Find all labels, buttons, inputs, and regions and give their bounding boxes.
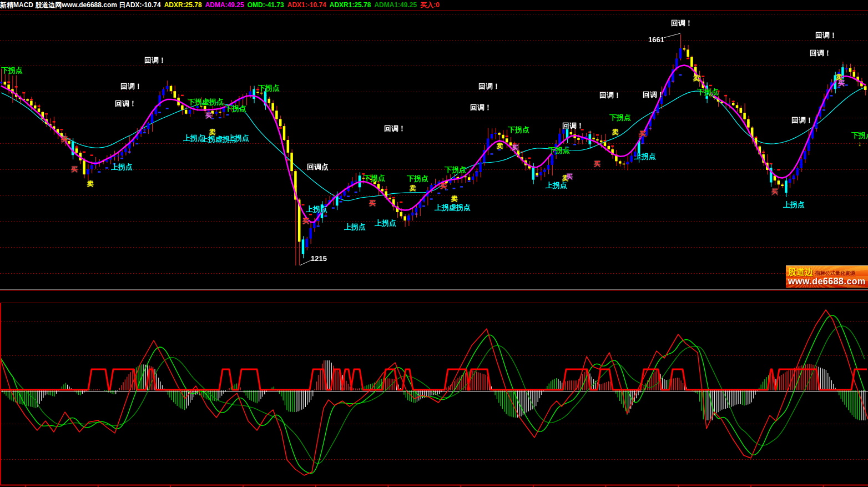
macd-panel-top-border: [0, 303, 868, 303]
macd-header-segment-6: ADMA1:49.25: [374, 1, 417, 9]
macd-header-segment-5: ADXR1:25.78: [330, 1, 371, 9]
banner-brand: 股道边: [788, 268, 813, 277]
macd-panel-header: 新精MACD 股道边网www.de6688.com 日ADX:-10.74ADX…: [0, 0, 868, 11]
macd-header-segment-7: 买入:0: [420, 1, 440, 9]
macd-header-segment-3: OMD:-41.73: [248, 1, 284, 9]
macd-header-segment-4: ADX1:-10.74: [287, 1, 326, 9]
macd-header-segment-0: 新精MACD 股道边网www.de6688.com 日ADX:-10.74: [0, 1, 161, 9]
panel-divider[interactable]: [0, 289, 868, 290]
ad-banner[interactable]: 股道边 指标公式量化资源 www.de6688.com: [786, 265, 868, 288]
trading-app-window: K线图 日极品买卖趋势 股道边网www.de6688.com 日(0)指导线:1…: [0, 0, 868, 487]
banner-url: www.de6688.com: [788, 277, 866, 287]
macd-header-segment-2: ADMA:49.25: [205, 1, 244, 9]
kline-macd-chart-canvas[interactable]: [0, 0, 868, 487]
macd-header-segment-1: ADXR:25.78: [164, 1, 202, 9]
panel-divider-line: [0, 290, 868, 291]
